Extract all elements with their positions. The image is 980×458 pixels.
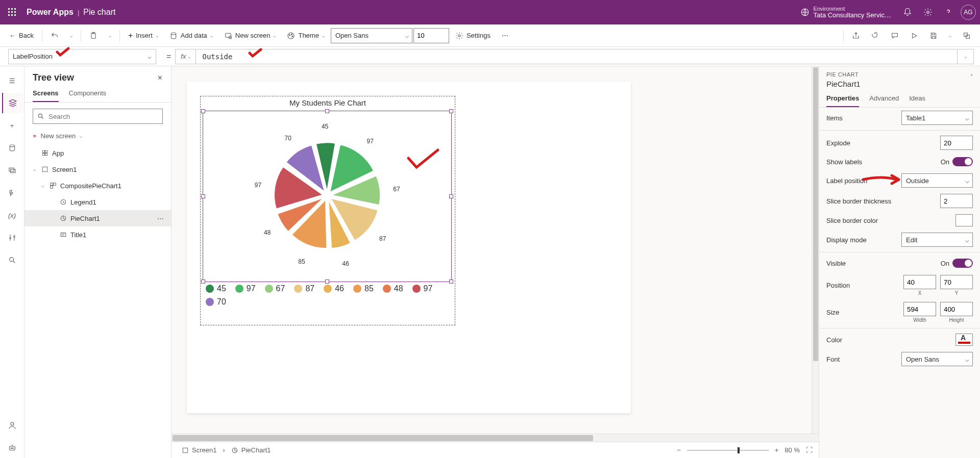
resize-handle[interactable] xyxy=(201,279,205,284)
resize-handle[interactable] xyxy=(201,109,205,113)
rail-data-icon[interactable] xyxy=(2,138,22,158)
prop-border-input[interactable] xyxy=(940,194,973,208)
legend-item: 67 xyxy=(265,284,285,293)
prop-color-swatch[interactable] xyxy=(955,334,973,346)
prop-explode-label: Explode xyxy=(826,139,850,147)
prop-labelpos-select[interactable]: Outside xyxy=(901,173,973,188)
canvas-hscrollbar[interactable] xyxy=(172,434,819,442)
rail-virtual-agent-icon[interactable] xyxy=(2,438,22,458)
formula-expand-button[interactable]: ⌵ xyxy=(957,49,973,64)
rail-insert-icon[interactable]: + xyxy=(2,115,22,136)
tree-node-app[interactable]: App xyxy=(24,145,171,161)
command-bar: ←Back ⌵ ⌵ +Insert⌵ Add data⌵ New screen⌵… xyxy=(0,24,980,47)
breadcrumb-control[interactable]: PieChart1 xyxy=(227,445,275,455)
props-tab-advanced[interactable]: Advanced xyxy=(869,94,899,107)
prop-visible-toggle[interactable] xyxy=(952,259,973,268)
font-size-input[interactable] xyxy=(413,28,449,43)
formula-input[interactable]: Outside xyxy=(196,53,238,61)
prop-explode-input[interactable] xyxy=(940,136,973,150)
tab-screens[interactable]: Screens xyxy=(33,89,59,102)
waffle-icon[interactable] xyxy=(4,4,20,20)
publish-button[interactable] xyxy=(958,28,976,44)
canvas-area: My Students Pie Chart xyxy=(172,66,819,458)
props-tab-properties[interactable]: Properties xyxy=(826,94,859,107)
user-avatar[interactable]: AG xyxy=(961,5,976,20)
rail-media-icon[interactable] xyxy=(2,160,22,181)
resize-handle[interactable] xyxy=(449,279,453,284)
property-dropdown[interactable]: LabelPosition xyxy=(8,49,156,64)
zoom-slider[interactable] xyxy=(687,450,769,451)
paste-button[interactable] xyxy=(84,28,103,44)
undo-dropdown[interactable]: ⌵ xyxy=(65,28,78,44)
props-tab-ideas[interactable]: Ideas xyxy=(909,94,925,107)
pie-data-label: 87 xyxy=(379,235,386,242)
preview-button[interactable] xyxy=(905,28,923,44)
svg-point-26 xyxy=(9,258,13,262)
pie-data-label: 45 xyxy=(322,123,328,130)
tree-node-piechart[interactable]: PieChart1⋯ xyxy=(24,210,171,226)
paste-dropdown[interactable]: ⌵ xyxy=(104,28,116,44)
theme-button[interactable]: Theme⌵ xyxy=(282,28,329,44)
resize-handle[interactable] xyxy=(449,194,453,198)
rail-hamburger-icon[interactable]: ☰ xyxy=(2,70,22,91)
save-button[interactable] xyxy=(924,28,943,44)
tree-node-more-icon[interactable]: ⋯ xyxy=(157,215,165,222)
back-button[interactable]: ←Back xyxy=(4,28,39,44)
new-screen-button[interactable]: New screen⌵ xyxy=(219,28,281,44)
props-expand-icon[interactable]: › xyxy=(971,71,973,78)
fx-label[interactable]: fx⌵ xyxy=(176,49,196,64)
prop-bordercolor-swatch[interactable] xyxy=(955,214,973,226)
zoom-value: 80 % xyxy=(785,446,800,454)
undo-button[interactable] xyxy=(45,28,64,44)
app-settings-button[interactable]: Settings xyxy=(450,28,496,44)
insert-button[interactable]: +Insert⌵ xyxy=(123,28,163,44)
rail-tools-icon[interactable] xyxy=(2,227,22,248)
tree-close-icon[interactable]: ✕ xyxy=(157,74,163,82)
tree-node-composite[interactable]: ⌵CompositePieChart1 xyxy=(24,177,171,194)
fit-screen-button[interactable]: ⛶ xyxy=(806,446,813,454)
font-select[interactable]: Open Sans xyxy=(331,28,412,43)
piechart-control[interactable]: 459767874685489770 xyxy=(203,111,452,282)
tree-node-screen1[interactable]: ⌵Screen1 xyxy=(24,161,171,177)
prop-showlabels-toggle[interactable] xyxy=(952,157,973,166)
resize-handle[interactable] xyxy=(325,279,329,284)
resize-handle[interactable] xyxy=(449,109,453,113)
rail-tree-icon[interactable] xyxy=(2,93,22,113)
prop-x-input[interactable] xyxy=(903,275,936,289)
save-dropdown[interactable]: ⌵ xyxy=(944,28,957,44)
tree-search-input[interactable] xyxy=(48,113,158,120)
canvas-vscrollbar[interactable] xyxy=(812,66,819,434)
prop-font-select[interactable]: Open Sans xyxy=(901,352,973,366)
app-checker-button[interactable] xyxy=(866,28,885,44)
more-commands[interactable]: ⋯ xyxy=(497,28,513,44)
comments-button[interactable] xyxy=(886,28,904,44)
legend-label: 97 xyxy=(424,284,433,293)
tree-search[interactable] xyxy=(33,109,163,124)
rail-search-icon[interactable] xyxy=(2,250,22,270)
resize-handle[interactable] xyxy=(325,109,329,113)
prop-y-input[interactable] xyxy=(940,275,973,289)
prop-width-input[interactable] xyxy=(903,302,936,316)
add-data-button[interactable]: Add data⌵ xyxy=(164,28,218,44)
tab-components[interactable]: Components xyxy=(69,89,107,102)
environment-picker[interactable]: Environment Tata Consultancy Servic… xyxy=(800,6,891,19)
help-icon[interactable] xyxy=(938,2,959,22)
rail-ask-icon[interactable] xyxy=(2,415,22,436)
screen-canvas[interactable]: My Students Pie Chart xyxy=(187,82,631,413)
composite-container[interactable]: My Students Pie Chart xyxy=(200,96,455,325)
tree-node-title[interactable]: Title1 xyxy=(24,226,171,243)
rail-flows-icon[interactable] xyxy=(2,183,22,203)
share-button[interactable] xyxy=(847,28,865,44)
breadcrumb-screen[interactable]: Screen1 xyxy=(178,445,220,455)
tree-new-screen[interactable]: +New screen⌵ xyxy=(24,130,171,145)
settings-gear-icon[interactable] xyxy=(918,2,938,22)
zoom-out-button[interactable]: − xyxy=(677,446,681,454)
notifications-icon[interactable] xyxy=(897,2,918,22)
tree-node-legend[interactable]: Legend1 xyxy=(24,194,171,210)
prop-items-select[interactable]: Table1 xyxy=(901,111,973,125)
prop-display-select[interactable]: Edit xyxy=(901,233,973,247)
resize-handle[interactable] xyxy=(201,194,205,198)
rail-variables-icon[interactable]: (x) xyxy=(2,205,22,225)
prop-height-input[interactable] xyxy=(940,302,973,316)
zoom-in-button[interactable]: + xyxy=(775,446,779,454)
